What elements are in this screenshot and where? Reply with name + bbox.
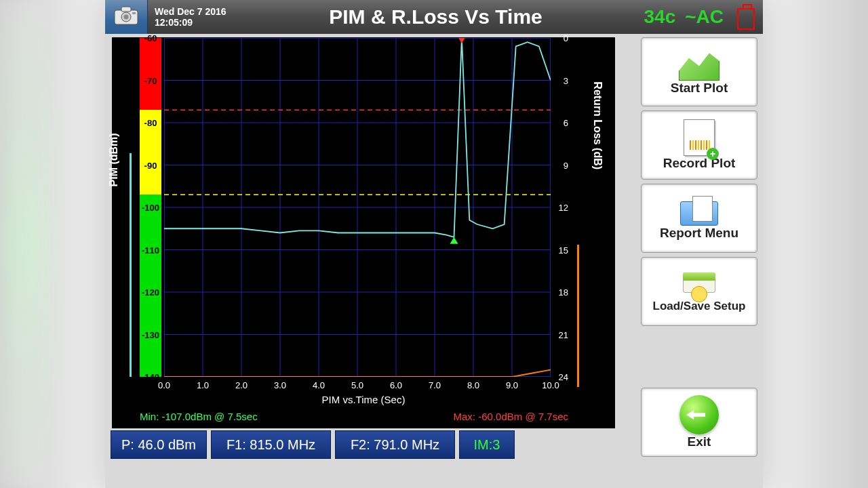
svg-rect-4	[132, 12, 136, 14]
device-screen: Wed Dec 7 2016 12:05:09 PIM & R.Loss Vs …	[105, 0, 763, 488]
time-text: 12:05:09	[155, 17, 226, 28]
chart-icon	[679, 48, 719, 81]
temperature-readout: 34c	[638, 6, 681, 28]
left-axis-indicator	[130, 153, 132, 377]
y-left-tick: -70	[140, 75, 161, 85]
x-tick: 9.0	[506, 380, 518, 390]
svg-point-3	[124, 15, 129, 20]
exit-button[interactable]: Exit	[641, 388, 757, 457]
status-power: P: 46.0 dBm	[111, 430, 207, 459]
status-im: IM:3	[459, 430, 515, 459]
radiation-icon	[691, 286, 707, 302]
x-axis-label: PIM vs.Time (Sec)	[113, 394, 614, 405]
y-right-tick: 21	[559, 329, 568, 340]
chart-max-label: Max: -60.0dBm @ 7.7sec	[454, 411, 568, 422]
y-left-tick: -110	[140, 245, 161, 255]
y-left-tick: -80	[140, 118, 161, 128]
y-right-tick: 3	[564, 75, 568, 85]
y-right-tick: 6	[564, 118, 568, 128]
svg-rect-1	[121, 7, 131, 12]
exit-label: Exit	[688, 434, 711, 449]
start-plot-label: Start Plot	[671, 81, 728, 96]
status-f1: F1: 815.0 MHz	[211, 430, 331, 459]
date-text: Wed Dec 7 2016	[155, 6, 226, 17]
side-toolbar: Start Plot + Record Plot Report Menu Loa…	[641, 37, 756, 461]
x-tick: 10.0	[542, 380, 559, 390]
x-tick: 5.0	[351, 380, 363, 390]
report-menu-button[interactable]: Report Menu	[641, 184, 757, 253]
x-tick: 2.0	[235, 380, 248, 390]
power-source-readout: ~AC	[681, 6, 736, 28]
y-right-tick: 12	[559, 203, 568, 213]
x-tick: 0.0	[158, 380, 170, 390]
screenshot-button[interactable]	[105, 0, 148, 34]
datetime: Wed Dec 7 2016 12:05:09	[148, 6, 233, 28]
folder-icon	[680, 196, 718, 226]
y-left-axis-label: PIM (dBm)	[108, 133, 120, 186]
load-save-setup-button[interactable]: Load/Save Setup	[641, 257, 757, 326]
battery-icon	[736, 4, 756, 30]
y-left-tick: -120	[140, 287, 161, 298]
chart-plot	[164, 38, 551, 377]
y-right-tick: 15	[559, 245, 568, 255]
record-plot-label: Record Plot	[663, 156, 736, 171]
chart-panel: -60-70-80-90-100-110-120-130-140 PIM (dB…	[112, 37, 615, 428]
x-tick: 1.0	[197, 380, 209, 390]
y-right-tick: 9	[564, 160, 568, 170]
y-right-tick: 24	[559, 372, 568, 382]
plus-icon: +	[707, 148, 719, 160]
record-plot-button[interactable]: + Record Plot	[641, 110, 757, 180]
start-plot-button[interactable]: Start Plot	[641, 37, 757, 106]
page-title: PIM & R.Loss Vs Time	[233, 5, 639, 28]
y-right-tick: 18	[559, 287, 568, 298]
x-tick: 8.0	[467, 380, 479, 390]
right-axis-indicator	[577, 245, 579, 387]
y-left-tick: -90	[140, 160, 161, 170]
x-tick: 6.0	[390, 380, 402, 390]
x-tick: 3.0	[274, 380, 286, 390]
status-bar: P: 46.0 dBm F1: 815.0 MHz F2: 791.0 MHz …	[111, 430, 637, 458]
status-f2: F2: 791.0 MHz	[335, 430, 455, 459]
y-left-tick: -100	[140, 203, 161, 213]
camera-icon	[114, 6, 138, 28]
y-right-axis-label: Return Loss (dB)	[591, 81, 604, 169]
x-tick: 4.0	[313, 380, 325, 390]
back-arrow-icon	[679, 395, 719, 434]
x-tick: 7.0	[429, 380, 441, 390]
y-right-tick: 0	[564, 33, 568, 43]
y-left-tick: -130	[140, 329, 161, 340]
header-bar: Wed Dec 7 2016 12:05:09 PIM & R.Loss Vs …	[105, 0, 763, 34]
chart-min-label: Min: -107.0dBm @ 7.5sec	[140, 411, 258, 422]
report-menu-label: Report Menu	[660, 226, 738, 241]
y-left-tick: -60	[140, 33, 161, 43]
